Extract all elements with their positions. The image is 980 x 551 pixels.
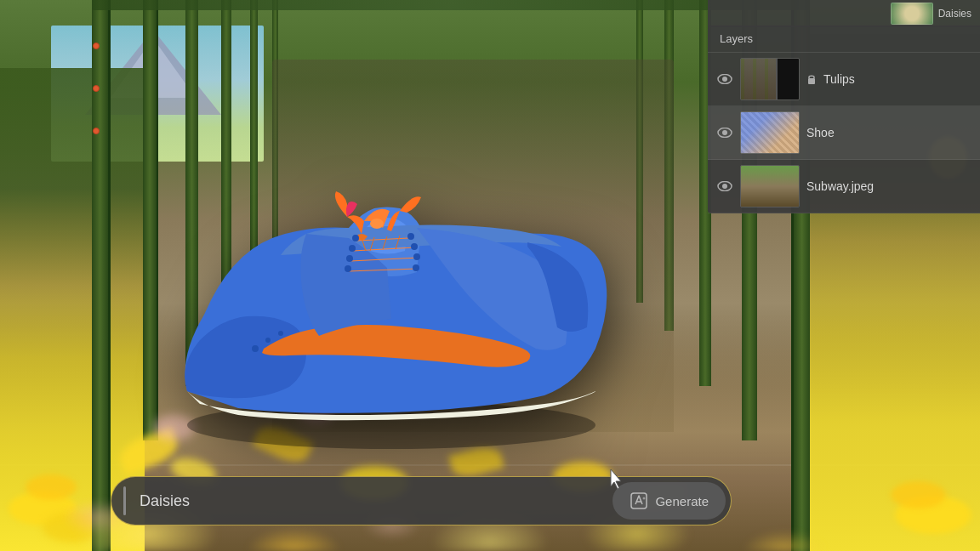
svg-point-15 [349, 245, 356, 252]
overhead-beam [92, 0, 810, 10]
layer-item-shoe[interactable]: Shoe [708, 106, 980, 160]
partial-layer-label: Daisies [938, 8, 971, 20]
lock-icon-tulips [806, 73, 817, 85]
layer-item-tulips[interactable]: Tulips [708, 53, 980, 106]
prompt-divider [123, 486, 126, 515]
prompt-input[interactable] [133, 492, 606, 510]
layers-panel: Layers Tulips [708, 26, 980, 213]
svg-point-25 [722, 130, 727, 135]
visibility-toggle-subway[interactable] [716, 178, 733, 195]
visibility-toggle-shoe[interactable] [716, 124, 733, 141]
layer-item-subway[interactable]: Subway.jpeg [708, 160, 980, 213]
layer-name-tulips: Tulips [823, 72, 971, 86]
svg-point-14 [407, 233, 414, 240]
shoe-svg [136, 102, 647, 459]
rivet-3 [93, 128, 100, 134]
generate-icon [630, 491, 648, 510]
svg-point-10 [252, 345, 259, 352]
svg-point-12 [278, 331, 283, 336]
canvas-area: Layers Tulips [0, 0, 980, 551]
svg-point-16 [411, 243, 418, 250]
svg-point-13 [352, 235, 359, 241]
partial-thumb [891, 3, 933, 25]
partial-layer-daisies[interactable]: Daisies [708, 0, 980, 27]
svg-point-9 [370, 219, 384, 229]
layers-header: Layers [708, 26, 980, 53]
svg-point-18 [413, 253, 420, 260]
rivet-1 [93, 43, 100, 49]
layer-thumb-subway [740, 165, 800, 207]
shoe-layer [111, 85, 672, 476]
layer-name-subway: Subway.jpeg [806, 179, 971, 193]
layer-thumb-tulips [740, 58, 800, 100]
layer-thumb-shoe [740, 111, 800, 154]
svg-point-11 [265, 338, 271, 343]
generate-label: Generate [655, 494, 709, 508]
svg-rect-23 [808, 78, 815, 84]
svg-point-19 [345, 265, 351, 272]
visibility-toggle-tulips[interactable] [716, 71, 733, 88]
svg-point-27 [722, 184, 727, 189]
rivet-2 [93, 85, 100, 92]
generate-button[interactable]: Generate [612, 482, 726, 520]
prompt-bar: Generate [111, 476, 732, 525]
layer-name-shoe: Shoe [806, 126, 971, 139]
svg-point-22 [722, 77, 727, 82]
svg-point-20 [413, 264, 419, 271]
svg-point-17 [346, 255, 353, 262]
